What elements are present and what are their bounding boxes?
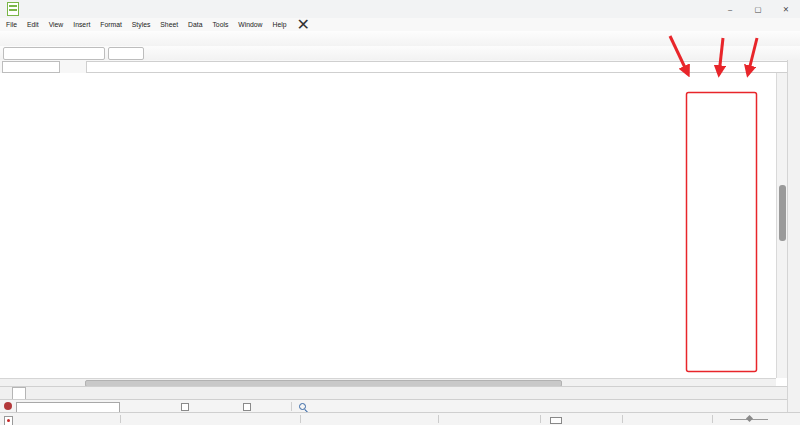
close-button[interactable]: ✕: [772, 0, 800, 18]
sidebar-tab-strip: [787, 60, 800, 412]
menu-window[interactable]: Window: [238, 21, 262, 28]
menu-tools[interactable]: Tools: [212, 21, 228, 28]
divider: [540, 415, 541, 423]
libreoffice-calc-window: –▢✕ FileEditViewInsertFormatStylesSheetD…: [0, 0, 800, 425]
window-controls: –▢✕: [716, 0, 800, 18]
formatting-toolbar: [0, 46, 800, 61]
font-name-combo[interactable]: [3, 47, 105, 60]
close-find-bar-button[interactable]: [4, 402, 12, 410]
sheet-tab-bar: [0, 386, 800, 400]
menubar: FileEditViewInsertFormatStylesSheetDataT…: [0, 18, 800, 32]
insert-mode-icon: [550, 417, 562, 424]
title-bar: –▢✕: [0, 0, 800, 19]
formula-input[interactable]: [86, 61, 792, 73]
divider: [438, 415, 439, 423]
menu-sheet[interactable]: Sheet: [160, 21, 178, 28]
menu-edit[interactable]: Edit: [27, 21, 39, 28]
vertical-scrollbar-thumb[interactable]: [779, 185, 786, 241]
menu-help[interactable]: Help: [273, 21, 287, 28]
formatted-display-checkbox[interactable]: [181, 403, 191, 411]
menu-view[interactable]: View: [49, 21, 64, 28]
divider: [291, 402, 292, 411]
menu-data[interactable]: Data: [188, 21, 202, 28]
minimize-button[interactable]: –: [716, 0, 744, 18]
zoom-slider-thumb[interactable]: [746, 415, 753, 422]
formula-bar: [0, 60, 800, 74]
status-bar: [0, 412, 800, 425]
standard-toolbar: [0, 31, 800, 47]
menu-insert[interactable]: Insert: [73, 21, 90, 28]
divider: [712, 415, 713, 423]
spreadsheet-grid: [0, 73, 776, 378]
divider: [622, 415, 623, 423]
match-case-checkbox[interactable]: [243, 403, 253, 411]
menu-format[interactable]: Format: [100, 21, 122, 28]
menu-file[interactable]: File: [6, 21, 17, 28]
font-size-combo[interactable]: [108, 47, 144, 60]
name-box[interactable]: [2, 61, 60, 73]
divider: [300, 415, 301, 423]
divider: [120, 415, 121, 423]
calc-app-icon: [7, 2, 19, 16]
menu-styles[interactable]: Styles: [132, 21, 151, 28]
column-headers: [0, 73, 776, 84]
maximize-button[interactable]: ▢: [744, 0, 772, 18]
find-toolbar: [0, 399, 800, 413]
document-modified-icon: [4, 416, 13, 425]
find-and-replace-icon[interactable]: [298, 402, 307, 411]
